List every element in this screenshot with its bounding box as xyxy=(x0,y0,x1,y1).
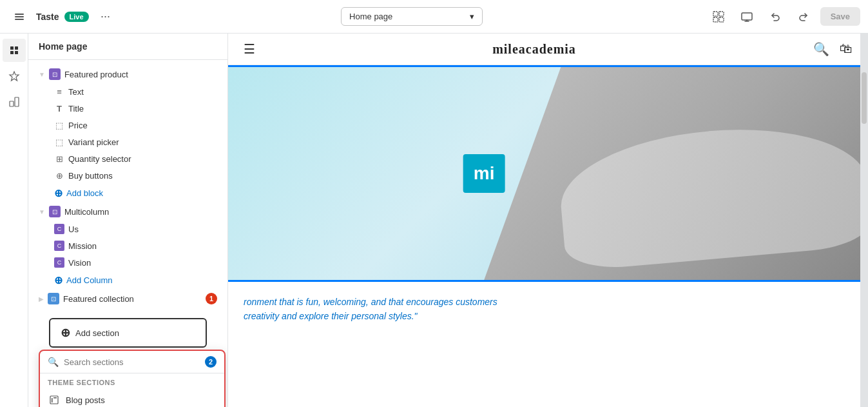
italic-text-line1: ronment that is fun, welcoming, and that… xyxy=(244,295,853,309)
sidebar-title: Home page xyxy=(39,41,87,52)
featured-collection-badge: 1 xyxy=(206,293,217,304)
featured-collection-expand-icon: ▶ xyxy=(39,295,44,303)
tree-item-buy-buttons[interactable]: ⊕ Buy buttons xyxy=(28,167,227,184)
buy-buttons-label: Buy buttons xyxy=(68,171,113,181)
hamburger-icon: ☰ xyxy=(244,41,255,57)
page-selector[interactable]: Home page ▾ xyxy=(341,7,483,26)
tree-item-title[interactable]: T Title xyxy=(28,100,227,117)
store-header: ☰ mileacademia 🔍 🛍 xyxy=(228,34,868,65)
topbar: Taste Live ··· Home page ▾ Save xyxy=(0,0,868,34)
dropdown-scroll: THEME SECTIONS Blog posts Collage xyxy=(40,373,224,407)
chevron-down-icon: ▾ xyxy=(470,12,474,21)
quantity-selector-label: Quantity selector xyxy=(68,154,131,164)
sidebar-item-multicolumn[interactable]: ▼ ⊡ Multicolumn xyxy=(28,203,227,221)
search-badge: 2 xyxy=(205,356,217,368)
search-sections-input[interactable] xyxy=(64,357,197,367)
search-icon: 🔍 xyxy=(48,357,59,367)
collapse-icon: ▼ xyxy=(39,71,45,78)
svg-rect-5 xyxy=(713,17,718,22)
product-image-shape xyxy=(556,118,868,272)
rail-icon-pin[interactable] xyxy=(3,65,26,88)
main: Home page ▼ ⊡ Featured product ≡ Text T … xyxy=(0,34,868,407)
featured-product-icon: ⊡ xyxy=(49,68,61,80)
svg-rect-13 xyxy=(15,97,19,106)
sidebar-item-featured-collection[interactable]: ▶ ⊡ Featured collection 1 xyxy=(28,290,227,308)
buy-buttons-icon: ⊕ xyxy=(54,170,64,181)
variant-picker-label: Variant picker xyxy=(68,137,119,147)
text-section: ronment that is fun, welcoming, and that… xyxy=(228,280,868,337)
search-icon-store: 🔍 xyxy=(813,41,829,57)
topbar-center: Home page ▾ xyxy=(125,7,699,26)
desktop-view-button[interactable] xyxy=(735,5,758,28)
multicolumn-label: Multicolumn xyxy=(64,207,109,217)
search-sections-dropdown: 🔍 2 THEME SECTIONS Blog posts xyxy=(39,350,226,407)
hero-area: mi xyxy=(228,67,868,280)
tree-item-price[interactable]: ⬚ Price xyxy=(28,117,227,134)
svg-rect-15 xyxy=(52,398,53,402)
theme-sections-label: THEME SECTIONS xyxy=(40,373,224,389)
variant-picker-icon: ⬚ xyxy=(54,137,64,147)
tree-item-variant-picker[interactable]: ⬚ Variant picker xyxy=(28,134,227,150)
rail-icon-blocks[interactable] xyxy=(3,90,26,114)
tree-item-mission[interactable]: C Mission xyxy=(28,237,227,254)
search-input-row: 🔍 2 xyxy=(40,351,224,373)
rail-icon-pages[interactable] xyxy=(3,39,26,62)
tree-item-quantity-selector[interactable]: ⊞ Quantity selector xyxy=(28,150,227,167)
preview-inner: ☰ mileacademia 🔍 🛍 xyxy=(228,34,868,407)
italic-text-line2: creativity and explore their personal st… xyxy=(244,309,853,323)
sidebar-header: Home page xyxy=(28,34,227,60)
add-block-link[interactable]: ⊕ Add block xyxy=(28,184,227,203)
svg-rect-12 xyxy=(10,101,14,106)
blog-posts-label: Blog posts xyxy=(66,395,105,405)
text-block-icon: ≡ xyxy=(54,86,64,97)
add-column-label: Add Column xyxy=(66,275,113,285)
icon-rail xyxy=(0,34,28,407)
featured-collection-label: Featured collection xyxy=(63,294,134,304)
add-column-link[interactable]: ⊕ Add Column xyxy=(28,271,227,290)
tree-item-vision[interactable]: C Vision xyxy=(28,254,227,271)
hero-brand-box: mi xyxy=(463,154,505,193)
svg-rect-4 xyxy=(719,12,724,16)
svg-rect-2 xyxy=(15,19,24,20)
svg-rect-3 xyxy=(713,12,718,16)
featured-product-label: Featured product xyxy=(64,70,128,79)
sidebar: Home page ▼ ⊡ Featured product ≡ Text T … xyxy=(28,34,228,407)
page-selector-label: Home page xyxy=(349,12,392,21)
add-block-plus-icon: ⊕ xyxy=(54,187,63,199)
add-section-button[interactable]: ⊕ Add section xyxy=(49,318,207,348)
back-button[interactable] xyxy=(8,5,31,28)
multicolumn-collapse-icon: ▼ xyxy=(39,208,45,215)
svg-rect-1 xyxy=(15,16,24,17)
svg-rect-16 xyxy=(53,397,57,399)
hero-image-overlay xyxy=(484,67,868,280)
store-logo: mileacademia xyxy=(492,42,576,57)
redo-button[interactable] xyxy=(792,5,815,28)
tree-item-us[interactable]: C Us xyxy=(28,221,227,237)
title-block-icon: T xyxy=(54,103,64,114)
cart-icon-store: 🛍 xyxy=(840,41,853,57)
live-badge: Live xyxy=(64,12,89,22)
select-tool-button[interactable] xyxy=(707,5,730,28)
store-name: Taste xyxy=(36,12,59,22)
dropdown-item-blog-posts[interactable]: Blog posts xyxy=(40,389,224,407)
price-block-label: Price xyxy=(68,121,88,130)
scrollbar-thumb xyxy=(862,72,867,124)
save-button[interactable]: Save xyxy=(820,7,860,26)
featured-collection-icon: ⊡ xyxy=(48,293,59,304)
sidebar-item-featured-product[interactable]: ▼ ⊡ Featured product xyxy=(28,65,227,83)
add-section-label: Add section xyxy=(75,328,119,338)
undo-button[interactable] xyxy=(764,5,787,28)
price-block-icon: ⬚ xyxy=(54,120,64,130)
tree-item-text[interactable]: ≡ Text xyxy=(28,83,227,100)
us-icon: C xyxy=(54,224,64,234)
scrollbar[interactable] xyxy=(860,34,868,407)
vision-label: Vision xyxy=(68,258,91,268)
svg-rect-6 xyxy=(719,17,724,22)
multicolumn-icon: ⊡ xyxy=(49,206,61,217)
more-options-button[interactable]: ··· xyxy=(94,5,117,28)
blog-posts-icon xyxy=(48,393,61,406)
vision-icon: C xyxy=(54,257,64,268)
svg-rect-8 xyxy=(10,46,14,50)
us-label: Us xyxy=(68,224,79,234)
svg-rect-7 xyxy=(742,13,752,20)
